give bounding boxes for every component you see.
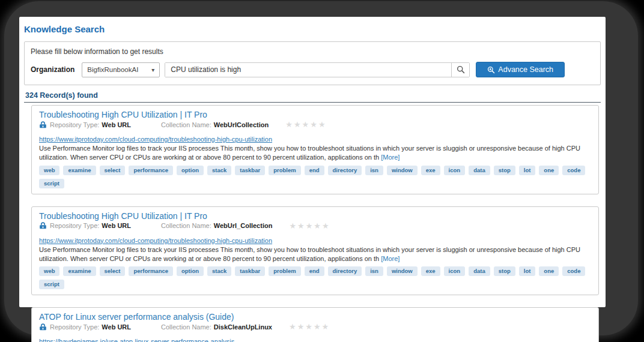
knowledge-search-window: Knowledge Search Please fill below infor… bbox=[19, 17, 606, 307]
repository-icon bbox=[39, 222, 47, 229]
result-meta-row: Repository Type: Web URL Collection Name… bbox=[39, 221, 591, 230]
tag-chip[interactable]: performance bbox=[129, 266, 173, 276]
tag-chip[interactable]: option bbox=[177, 266, 204, 276]
description-text: Use Performance Monitor log files to tra… bbox=[39, 246, 580, 262]
tag-chip[interactable]: web bbox=[39, 266, 59, 276]
star-icon[interactable]: ★ bbox=[294, 120, 302, 129]
star-icon[interactable]: ★ bbox=[314, 221, 322, 230]
search-button[interactable] bbox=[451, 63, 469, 77]
repository-type-label: Repository Type: bbox=[50, 222, 99, 229]
tag-chip[interactable]: stack bbox=[207, 166, 231, 175]
tag-chip[interactable]: option bbox=[177, 166, 204, 175]
collection-name-value: WebUrlCollection bbox=[214, 121, 269, 128]
star-icon[interactable]: ★ bbox=[306, 221, 314, 230]
tag-chip[interactable]: stop bbox=[494, 266, 515, 276]
tag-chip[interactable]: end bbox=[305, 266, 324, 276]
tag-chip[interactable]: window bbox=[387, 166, 418, 175]
chevron-down-icon: ▾ bbox=[151, 67, 154, 73]
tag-chip[interactable]: isn bbox=[365, 266, 383, 276]
zoom-in-search-icon bbox=[487, 66, 495, 74]
tag-chip[interactable]: script bbox=[39, 179, 64, 188]
star-icon[interactable]: ★ bbox=[314, 322, 322, 331]
results-list: Troubleshooting High CPU Utilization | I… bbox=[24, 105, 601, 342]
organization-selected-value: BigfixRunbookAI bbox=[87, 66, 138, 73]
result-url-link[interactable]: https://haydenjames.io/use-atop-linux-se… bbox=[39, 338, 234, 342]
result-url-link[interactable]: https://www.itprotoday.com/cloud-computi… bbox=[39, 237, 272, 244]
star-icon[interactable]: ★ bbox=[297, 322, 306, 331]
star-icon[interactable]: ★ bbox=[297, 221, 306, 230]
collection-name-value: WebUrl_Collection bbox=[214, 222, 273, 229]
tag-chip[interactable]: taskbar bbox=[235, 166, 265, 175]
tag-chip[interactable]: select bbox=[100, 166, 126, 175]
tag-chip[interactable]: code bbox=[562, 166, 585, 175]
tag-chip[interactable]: exe bbox=[421, 266, 440, 276]
result-title-link[interactable]: Troubleshooting High CPU Utilization | I… bbox=[39, 110, 207, 119]
result-title-link[interactable]: ATOP for Linux server performance analys… bbox=[39, 312, 234, 322]
star-icon[interactable]: ★ bbox=[318, 120, 327, 129]
result-meta-row: Repository Type: Web URL Collection Name… bbox=[39, 120, 591, 129]
collection-name-label: Collection Name: bbox=[161, 222, 211, 229]
result-card: ATOP for Linux server performance analys… bbox=[31, 307, 599, 342]
tag-chip[interactable]: end bbox=[305, 166, 324, 175]
search-input[interactable] bbox=[165, 63, 451, 77]
search-group bbox=[165, 62, 470, 77]
collection-name-value: DiskCleanUpLinux bbox=[214, 323, 272, 331]
more-link[interactable]: [More] bbox=[381, 154, 399, 161]
result-url-link[interactable]: https://www.itprotoday.com/cloud-computi… bbox=[39, 136, 272, 143]
tag-chip[interactable]: stack bbox=[207, 266, 231, 276]
tag-chip[interactable]: icon bbox=[444, 266, 466, 276]
repository-type-value: Web URL bbox=[102, 222, 131, 229]
result-card: Troubleshooting High CPU Utilization | I… bbox=[31, 206, 599, 296]
tag-chip[interactable]: lot bbox=[519, 166, 536, 175]
star-icon[interactable]: ★ bbox=[310, 120, 318, 129]
repository-type-value: Web URL bbox=[102, 323, 131, 331]
tag-chip[interactable]: problem bbox=[269, 166, 300, 175]
tag-chip[interactable]: icon bbox=[444, 166, 466, 175]
tag-chip[interactable]: exe bbox=[421, 166, 440, 175]
tag-chip[interactable]: directory bbox=[328, 266, 362, 276]
tag-chip[interactable]: one bbox=[539, 166, 559, 175]
tag-chip[interactable]: script bbox=[39, 280, 64, 289]
tag-chip[interactable]: lot bbox=[519, 266, 536, 276]
result-title-link[interactable]: Troubleshooting High CPU Utilization | I… bbox=[39, 211, 207, 221]
repository-icon bbox=[39, 323, 47, 331]
tag-chip[interactable]: select bbox=[100, 266, 126, 276]
tag-chip[interactable]: directory bbox=[328, 166, 362, 175]
result-card: Troubleshooting High CPU Utilization | I… bbox=[31, 105, 599, 194]
star-icon[interactable]: ★ bbox=[302, 120, 311, 129]
tag-chip[interactable]: one bbox=[539, 266, 559, 276]
tag-chip[interactable]: stop bbox=[494, 166, 515, 175]
tag-chip[interactable]: examine bbox=[63, 266, 96, 276]
search-form-panel: Please fill below information to get res… bbox=[24, 41, 601, 85]
result-description: Use Performance Monitor log files to tra… bbox=[39, 245, 591, 263]
advance-search-button[interactable]: Advance Search bbox=[476, 62, 565, 77]
tag-chip[interactable]: web bbox=[39, 166, 59, 175]
collection-name-label: Collection Name: bbox=[161, 121, 211, 128]
tag-list: webexamineselectperformanceoptionstackta… bbox=[39, 166, 591, 188]
star-icon[interactable]: ★ bbox=[305, 322, 314, 331]
tag-chip[interactable]: performance bbox=[129, 166, 173, 175]
more-link[interactable]: [More] bbox=[381, 255, 399, 262]
organization-label: Organization bbox=[31, 65, 74, 74]
tag-chip[interactable]: examine bbox=[63, 166, 96, 175]
repository-icon bbox=[39, 121, 47, 128]
tag-chip[interactable]: isn bbox=[365, 166, 383, 175]
star-rating: ★★★★★ bbox=[289, 221, 330, 230]
star-icon[interactable]: ★ bbox=[322, 322, 330, 331]
page-title: Knowledge Search bbox=[24, 24, 601, 34]
tag-chip[interactable]: window bbox=[387, 266, 418, 276]
star-icon[interactable]: ★ bbox=[322, 221, 330, 230]
tag-chip[interactable]: data bbox=[469, 166, 490, 175]
tag-chip[interactable]: problem bbox=[269, 266, 300, 276]
star-icon[interactable]: ★ bbox=[285, 120, 294, 129]
tag-chip[interactable]: taskbar bbox=[235, 266, 265, 276]
tag-chip[interactable]: code bbox=[562, 266, 585, 276]
results-divider bbox=[24, 102, 601, 103]
star-icon[interactable]: ★ bbox=[289, 221, 297, 230]
tag-chip[interactable]: data bbox=[469, 266, 490, 276]
star-icon[interactable]: ★ bbox=[289, 322, 297, 331]
organization-select[interactable]: BigfixRunbookAI ▾ bbox=[82, 62, 160, 77]
repository-type-value: Web URL bbox=[102, 121, 131, 128]
star-rating: ★★★★★ bbox=[285, 120, 326, 129]
records-count: 324 Record(s) found bbox=[25, 91, 601, 100]
